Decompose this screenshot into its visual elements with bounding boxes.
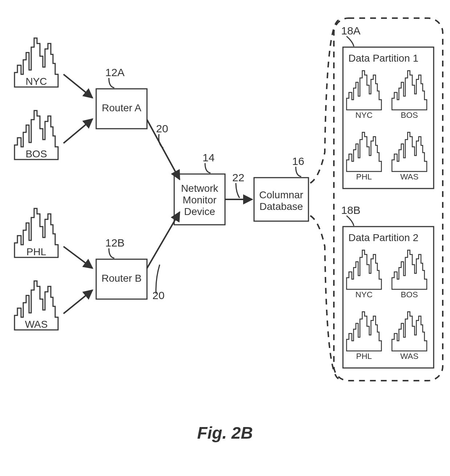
monitor-label-l3: Device: [184, 206, 215, 217]
city-was-label: WAS: [25, 319, 48, 330]
partition-1-leader: [347, 36, 354, 46]
router-a-label: Router A: [102, 102, 142, 113]
diagram-canvas: NYC BOS PHL WAS Router A 12A Router B 12…: [0, 0, 450, 476]
database-leader: [296, 167, 301, 177]
monitor-ref: 14: [202, 152, 214, 164]
city-phl-label: PHL: [26, 246, 46, 257]
partition-1-nyc-label: NYC: [355, 111, 372, 120]
monitor-label-l1: Network: [181, 183, 219, 194]
partition-1-ref: 18A: [341, 25, 360, 37]
partition-1-was: WAS: [392, 132, 427, 181]
partition-2-title: Data Partition 2: [348, 232, 418, 243]
router-b-ref: 12B: [105, 237, 124, 249]
router-a-leader: [109, 78, 114, 88]
router-b-leader: [109, 248, 114, 258]
partition-2-bos-label: BOS: [401, 290, 418, 299]
edge-routerA-monitor-leader: [159, 134, 164, 148]
partition-1-bos: BOS: [392, 71, 427, 120]
router-b-label: Router B: [102, 273, 142, 284]
edge-routerA-monitor-ref: 20: [156, 123, 168, 134]
edge-was-routerB: [64, 290, 93, 314]
city-nyc: NYC: [15, 38, 58, 87]
city-phl: PHL: [15, 208, 58, 257]
partition-2-ref: 18B: [341, 204, 360, 216]
edge-monitor-db-ref: 22: [232, 171, 244, 183]
city-bos-label: BOS: [25, 148, 47, 160]
figure-caption: Fig. 2B: [197, 423, 253, 442]
monitor-label-l2: Monitor: [183, 194, 216, 206]
database-ref: 16: [292, 155, 304, 167]
partition-2-was-label: WAS: [400, 352, 418, 361]
partitions-group: [334, 18, 443, 381]
city-nyc-label: NYC: [25, 76, 47, 87]
database-label-l2: Database: [259, 201, 303, 212]
partition-2-bos: BOS: [392, 250, 427, 299]
partition-1-phl: PHL: [347, 132, 381, 181]
partition-1-phl-label: PHL: [356, 172, 372, 181]
partition-1-nyc: NYC: [347, 71, 381, 120]
partition-2-phl-label: PHL: [356, 352, 372, 361]
partition-2-was: WAS: [392, 312, 427, 361]
partition-1-bos-label: BOS: [401, 111, 418, 120]
database-label-l1: Columnar: [259, 189, 303, 200]
edge-bos-routerA: [64, 119, 93, 143]
partition-1-title: Data Partition 1: [348, 53, 418, 64]
router-a-ref: 12A: [105, 66, 124, 78]
partition-2-leader: [347, 216, 354, 226]
monitor-leader: [205, 163, 210, 173]
city-bos: BOS: [15, 111, 58, 160]
edge-nyc-routerA: [64, 74, 93, 98]
partition-2-phl: PHL: [347, 312, 381, 361]
brace-top: [310, 20, 339, 183]
partition-1-was-label: WAS: [400, 172, 418, 181]
city-was: WAS: [15, 281, 58, 330]
brace-bottom: [310, 216, 339, 379]
partition-2-nyc-label: NYC: [355, 290, 372, 299]
edge-phl-routerB: [64, 247, 93, 268]
partition-2-nyc: NYC: [347, 250, 381, 299]
edge-routerB-monitor-ref: 20: [152, 289, 164, 301]
edge-monitor-db-leader: [236, 183, 240, 198]
